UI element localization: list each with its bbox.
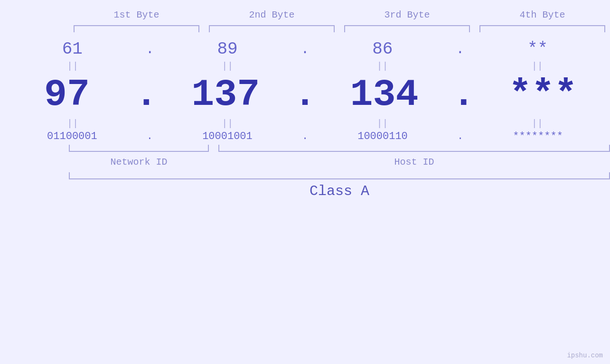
dot-dec-2: . — [292, 73, 317, 116]
dec-b2: 137 — [159, 73, 292, 116]
dot-dec-3: . — [451, 73, 476, 116]
class-label: Class A — [69, 183, 610, 199]
dec-row: 10 DEC 97 . 137 . 134 . *** — [0, 73, 610, 116]
dot-bin-2: . — [300, 131, 310, 142]
network-id-label: Network ID — [69, 157, 209, 168]
dec-b4: *** — [476, 73, 610, 116]
dot-dec-1: . — [134, 73, 159, 116]
bottom-bracket-row — [69, 145, 610, 154]
main-container: 1st Byte 2nd Byte 3rd Byte 4th Byte 16 H… — [0, 0, 610, 364]
byte2-header: 2nd Byte — [204, 9, 339, 20]
hex-b1: 61 — [0, 39, 145, 59]
bin-b1: 01100001 — [0, 131, 144, 142]
hex-row: 16 HEX 61 . 89 . 86 . ** — [0, 39, 610, 59]
byte-headers: 1st Byte 2nd Byte 3rd Byte 4th Byte — [0, 9, 610, 20]
id-labels-row: Network ID Host ID — [69, 157, 610, 168]
byte3-header: 3rd Byte — [339, 9, 475, 20]
class-bracket — [69, 172, 610, 179]
class-section: Class A — [0, 172, 610, 199]
watermark: ipshu.com — [567, 352, 603, 359]
top-brackets — [0, 25, 610, 35]
dot-bin-1: . — [144, 131, 155, 142]
dec-b1: 97 — [0, 73, 134, 116]
bracket-top-4 — [479, 25, 605, 32]
bracket-top-2 — [209, 25, 335, 32]
dot-hex-2: . — [300, 41, 310, 57]
dot-bin-3: . — [455, 131, 466, 142]
bin-b4: ******** — [466, 131, 610, 142]
bin-b3: 10000110 — [310, 131, 455, 142]
bracket-top-1 — [74, 25, 199, 32]
byte1-header: 1st Byte — [69, 9, 204, 20]
bottom-section: Network ID Host ID — [0, 145, 610, 168]
bin-b2: 10001001 — [155, 131, 300, 142]
host-id-label: Host ID — [218, 157, 610, 168]
hex-b4: ** — [465, 39, 610, 59]
dot-hex-3: . — [455, 41, 465, 57]
byte4-header: 4th Byte — [475, 9, 610, 20]
dot-hex-1: . — [145, 41, 155, 57]
class-bracket-row — [69, 172, 610, 179]
bin-row: 2 BIN 01100001 . 10001001 . 10000110 . *… — [0, 131, 610, 142]
hex-b3: 86 — [310, 39, 455, 59]
bracket-top-3 — [344, 25, 470, 32]
hex-b2: 89 — [155, 39, 300, 59]
host-bracket — [218, 145, 610, 152]
network-bracket — [69, 145, 209, 152]
dec-b3: 134 — [318, 73, 451, 116]
